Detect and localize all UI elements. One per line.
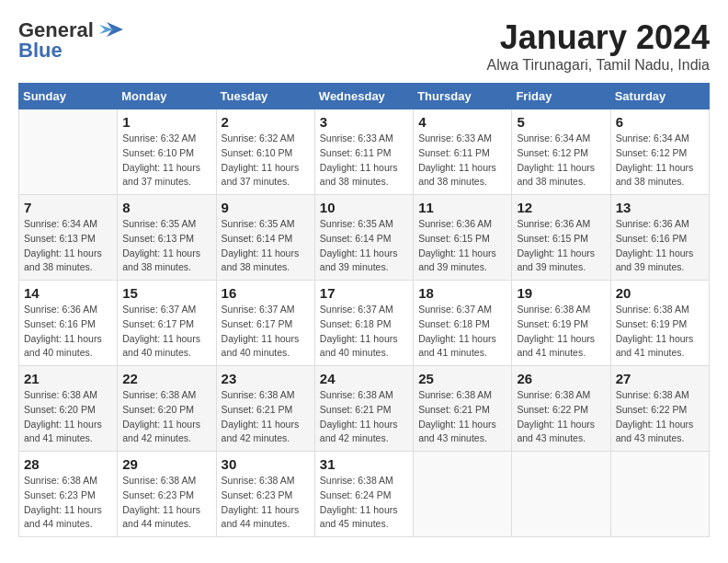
header-sunday: Sunday: [19, 84, 118, 109]
calendar-cell: 30Sunrise: 6:38 AMSunset: 6:23 PMDayligh…: [216, 452, 314, 537]
day-info: Sunrise: 6:34 AMSunset: 6:13 PMDaylight:…: [24, 217, 112, 275]
day-info: Sunrise: 6:38 AMSunset: 6:23 PMDaylight:…: [222, 474, 310, 532]
week-row-5: 28Sunrise: 6:38 AMSunset: 6:23 PMDayligh…: [19, 452, 710, 537]
day-info: Sunrise: 6:36 AMSunset: 6:15 PMDaylight:…: [418, 217, 506, 275]
calendar-cell: 14Sunrise: 6:36 AMSunset: 6:16 PMDayligh…: [19, 281, 118, 366]
header-monday: Monday: [118, 84, 216, 109]
day-info: Sunrise: 6:38 AMSunset: 6:23 PMDaylight:…: [122, 474, 210, 532]
header-wednesday: Wednesday: [314, 84, 413, 109]
day-info: Sunrise: 6:38 AMSunset: 6:21 PMDaylight:…: [418, 388, 506, 446]
day-info: Sunrise: 6:36 AMSunset: 6:15 PMDaylight:…: [517, 217, 605, 275]
day-info: Sunrise: 6:38 AMSunset: 6:22 PMDaylight:…: [616, 388, 704, 446]
day-info: Sunrise: 6:35 AMSunset: 6:14 PMDaylight:…: [320, 217, 408, 275]
day-info: Sunrise: 6:32 AMSunset: 6:10 PMDaylight:…: [122, 132, 210, 190]
day-number: 28: [24, 456, 112, 472]
week-row-4: 21Sunrise: 6:38 AMSunset: 6:20 PMDayligh…: [19, 366, 710, 452]
logo: General Blue: [18, 18, 125, 63]
day-number: 16: [222, 285, 310, 301]
calendar-cell: 6Sunrise: 6:34 AMSunset: 6:12 PMDaylight…: [610, 109, 709, 195]
day-number: 11: [418, 200, 506, 215]
day-number: 3: [320, 114, 408, 130]
calendar-cell: 4Sunrise: 6:33 AMSunset: 6:11 PMDaylight…: [414, 109, 512, 195]
calendar-cell: 16Sunrise: 6:37 AMSunset: 6:17 PMDayligh…: [216, 281, 314, 366]
calendar-cell: 3Sunrise: 6:33 AMSunset: 6:11 PMDaylight…: [314, 109, 413, 195]
calendar-cell: 5Sunrise: 6:34 AMSunset: 6:12 PMDaylight…: [512, 109, 610, 195]
day-info: Sunrise: 6:33 AMSunset: 6:11 PMDaylight:…: [418, 132, 506, 190]
logo-bird-icon: [97, 20, 125, 40]
calendar-cell: 10Sunrise: 6:35 AMSunset: 6:14 PMDayligh…: [314, 195, 413, 281]
day-number: 6: [616, 114, 704, 130]
day-info: Sunrise: 6:38 AMSunset: 6:19 PMDaylight:…: [616, 303, 704, 361]
day-number: 9: [222, 200, 310, 215]
day-number: 26: [517, 371, 605, 386]
day-info: Sunrise: 6:36 AMSunset: 6:16 PMDaylight:…: [616, 217, 704, 275]
day-info: Sunrise: 6:38 AMSunset: 6:24 PMDaylight:…: [320, 474, 408, 532]
day-info: Sunrise: 6:38 AMSunset: 6:20 PMDaylight:…: [122, 388, 210, 446]
page-subtitle: Alwa Tirunagari, Tamil Nadu, India: [487, 57, 711, 74]
day-info: Sunrise: 6:37 AMSunset: 6:17 PMDaylight:…: [122, 303, 210, 361]
day-info: Sunrise: 6:32 AMSunset: 6:10 PMDaylight:…: [222, 132, 310, 190]
day-number: 14: [24, 285, 112, 301]
day-number: 22: [122, 371, 210, 386]
day-number: 29: [122, 456, 210, 472]
calendar-cell: [19, 109, 118, 195]
calendar-cell: 9Sunrise: 6:35 AMSunset: 6:14 PMDaylight…: [216, 195, 314, 281]
day-number: 15: [122, 285, 210, 301]
calendar-cell: 22Sunrise: 6:38 AMSunset: 6:20 PMDayligh…: [118, 366, 216, 452]
header-thursday: Thursday: [414, 84, 512, 109]
day-number: 25: [418, 371, 506, 386]
calendar-cell: 31Sunrise: 6:38 AMSunset: 6:24 PMDayligh…: [314, 452, 413, 537]
page-title: January 2024: [487, 18, 711, 57]
calendar-cell: [414, 452, 512, 537]
day-number: 30: [222, 456, 310, 472]
day-info: Sunrise: 6:35 AMSunset: 6:13 PMDaylight:…: [122, 217, 210, 275]
calendar-cell: 27Sunrise: 6:38 AMSunset: 6:22 PMDayligh…: [610, 366, 709, 452]
day-number: 7: [24, 200, 112, 215]
title-block: January 2024 Alwa Tirunagari, Tamil Nadu…: [487, 18, 711, 74]
day-number: 2: [222, 114, 310, 130]
day-info: Sunrise: 6:38 AMSunset: 6:20 PMDaylight:…: [24, 388, 112, 446]
day-info: Sunrise: 6:37 AMSunset: 6:17 PMDaylight:…: [222, 303, 310, 361]
day-info: Sunrise: 6:33 AMSunset: 6:11 PMDaylight:…: [320, 132, 408, 190]
calendar-cell: [610, 452, 709, 537]
header-friday: Friday: [512, 84, 610, 109]
calendar-cell: 20Sunrise: 6:38 AMSunset: 6:19 PMDayligh…: [610, 281, 709, 366]
day-info: Sunrise: 6:34 AMSunset: 6:12 PMDaylight:…: [517, 132, 605, 190]
day-number: 5: [517, 114, 605, 130]
week-row-1: 1Sunrise: 6:32 AMSunset: 6:10 PMDaylight…: [19, 109, 710, 195]
day-info: Sunrise: 6:37 AMSunset: 6:18 PMDaylight:…: [320, 303, 408, 361]
calendar-cell: 26Sunrise: 6:38 AMSunset: 6:22 PMDayligh…: [512, 366, 610, 452]
week-row-2: 7Sunrise: 6:34 AMSunset: 6:13 PMDaylight…: [19, 195, 710, 281]
day-number: 23: [222, 371, 310, 386]
calendar-cell: 21Sunrise: 6:38 AMSunset: 6:20 PMDayligh…: [19, 366, 118, 452]
day-info: Sunrise: 6:38 AMSunset: 6:21 PMDaylight:…: [222, 388, 310, 446]
day-number: 21: [24, 371, 112, 386]
calendar-cell: 28Sunrise: 6:38 AMSunset: 6:23 PMDayligh…: [19, 452, 118, 537]
day-number: 18: [418, 285, 506, 301]
calendar-cell: [512, 452, 610, 537]
calendar-cell: 23Sunrise: 6:38 AMSunset: 6:21 PMDayligh…: [216, 366, 314, 452]
day-info: Sunrise: 6:38 AMSunset: 6:22 PMDaylight:…: [517, 388, 605, 446]
day-number: 20: [616, 285, 704, 301]
day-number: 10: [320, 200, 408, 215]
calendar-cell: 2Sunrise: 6:32 AMSunset: 6:10 PMDaylight…: [216, 109, 314, 195]
page-header: General Blue January 2024 Alwa Tirunagar…: [18, 18, 710, 74]
calendar-cell: 7Sunrise: 6:34 AMSunset: 6:13 PMDaylight…: [19, 195, 118, 281]
header-saturday: Saturday: [610, 84, 709, 109]
calendar-cell: 18Sunrise: 6:37 AMSunset: 6:18 PMDayligh…: [414, 281, 512, 366]
day-number: 12: [517, 200, 605, 215]
calendar-cell: 13Sunrise: 6:36 AMSunset: 6:16 PMDayligh…: [610, 195, 709, 281]
calendar-cell: 24Sunrise: 6:38 AMSunset: 6:21 PMDayligh…: [314, 366, 413, 452]
days-header-row: SundayMondayTuesdayWednesdayThursdayFrid…: [19, 84, 710, 109]
day-info: Sunrise: 6:34 AMSunset: 6:12 PMDaylight:…: [616, 132, 704, 190]
day-number: 27: [616, 371, 704, 386]
day-number: 1: [122, 114, 210, 130]
logo-text-blue: Blue: [18, 39, 63, 63]
header-tuesday: Tuesday: [216, 84, 314, 109]
calendar-cell: 15Sunrise: 6:37 AMSunset: 6:17 PMDayligh…: [118, 281, 216, 366]
day-number: 19: [517, 285, 605, 301]
day-info: Sunrise: 6:38 AMSunset: 6:21 PMDaylight:…: [320, 388, 408, 446]
calendar-table: SundayMondayTuesdayWednesdayThursdayFrid…: [18, 83, 710, 537]
day-number: 4: [418, 114, 506, 130]
calendar-cell: 1Sunrise: 6:32 AMSunset: 6:10 PMDaylight…: [118, 109, 216, 195]
